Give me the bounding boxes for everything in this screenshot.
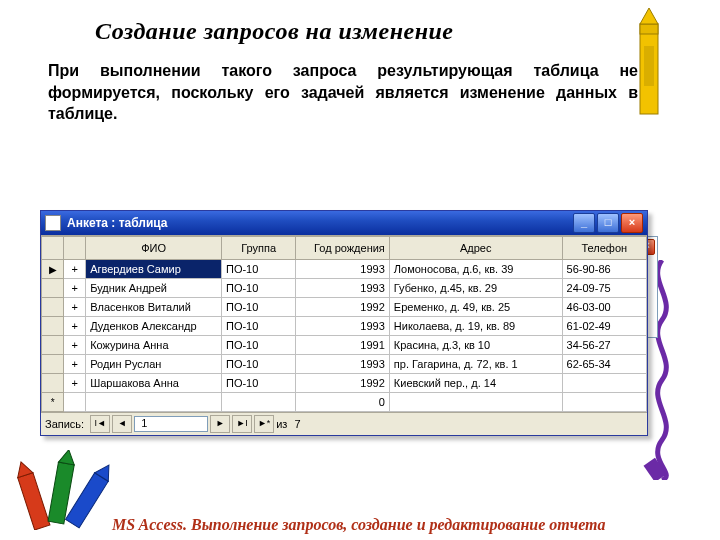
col-header-addr[interactable]: Адрес bbox=[389, 237, 562, 260]
cell-addr[interactable]: Губенко, д.45, кв. 29 bbox=[389, 279, 562, 298]
row-marker bbox=[42, 336, 64, 355]
table-row[interactable]: +Власенков ВиталийПО-101992Еременко, д. … bbox=[42, 298, 647, 317]
row-marker bbox=[42, 374, 64, 393]
minimize-button[interactable]: _ bbox=[573, 213, 595, 233]
row-selector-header bbox=[42, 237, 64, 260]
cell-year[interactable]: 1993 bbox=[296, 317, 390, 336]
expand-cell[interactable]: + bbox=[64, 279, 86, 298]
cell-group[interactable]: ПО-10 bbox=[221, 260, 295, 279]
cell-year[interactable]: 1993 bbox=[296, 279, 390, 298]
col-header-fio[interactable]: ФИО bbox=[86, 237, 222, 260]
cell-year[interactable]: 1992 bbox=[296, 374, 390, 393]
cell-addr[interactable]: Киевский пер., д. 14 bbox=[389, 374, 562, 393]
col-header-group[interactable]: Группа bbox=[221, 237, 295, 260]
cell-phone[interactable] bbox=[562, 374, 646, 393]
nav-of-label: из bbox=[276, 418, 287, 430]
cell-addr[interactable]: Еременко, д. 49, кв. 25 bbox=[389, 298, 562, 317]
cell-fio[interactable]: Дуденков Александр bbox=[86, 317, 222, 336]
maximize-button[interactable]: □ bbox=[597, 213, 619, 233]
svg-marker-8 bbox=[58, 450, 76, 465]
cell-phone[interactable]: 56-90-86 bbox=[562, 260, 646, 279]
row-marker: ▶ bbox=[42, 260, 64, 279]
window-title: Анкета : таблица bbox=[67, 216, 571, 230]
cell-phone[interactable]: 62-65-34 bbox=[562, 355, 646, 374]
datasheet-grid: ФИО Группа Год рождения Адрес Телефон ▶+… bbox=[41, 235, 647, 412]
table-row[interactable]: ▶+Агвердиев СамирПО-101993Ломоносова, д.… bbox=[42, 260, 647, 279]
cell-addr[interactable]: Николаева, д. 19, кв. 89 bbox=[389, 317, 562, 336]
cell-year[interactable]: 0 bbox=[296, 393, 390, 412]
svg-rect-1 bbox=[640, 24, 658, 34]
col-header-phone[interactable]: Телефон bbox=[562, 237, 646, 260]
col-header-year[interactable]: Год рождения bbox=[296, 237, 390, 260]
table-row[interactable]: +Родин РусланПО-101993пр. Гагарина, д. 7… bbox=[42, 355, 647, 374]
nav-label: Запись: bbox=[45, 418, 84, 430]
cell-phone[interactable]: 24-09-75 bbox=[562, 279, 646, 298]
cell-fio[interactable]: Родин Руслан bbox=[86, 355, 222, 374]
expand-cell[interactable]: + bbox=[64, 355, 86, 374]
nav-current-input[interactable]: 1 bbox=[134, 416, 208, 432]
window-titlebar: Анкета : таблица _ □ × bbox=[41, 211, 647, 235]
cell-year[interactable]: 1993 bbox=[296, 260, 390, 279]
expand-cell[interactable]: + bbox=[64, 317, 86, 336]
svg-rect-5 bbox=[18, 473, 50, 530]
cell-group[interactable]: ПО-10 bbox=[221, 355, 295, 374]
svg-rect-9 bbox=[66, 473, 109, 528]
cell-fio[interactable] bbox=[86, 393, 222, 412]
cell-phone[interactable]: 46-03-00 bbox=[562, 298, 646, 317]
cell-year[interactable]: 1991 bbox=[296, 336, 390, 355]
window-icon bbox=[45, 215, 61, 231]
row-marker bbox=[42, 317, 64, 336]
cell-addr[interactable]: пр. Гагарина, д. 72, кв. 1 bbox=[389, 355, 562, 374]
cell-phone[interactable] bbox=[562, 393, 646, 412]
datasheet-window: Анкета : таблица _ □ × ФИО Группа Год ро… bbox=[40, 210, 648, 436]
slide-footer: MS Access. Выполнение запросов, создание… bbox=[112, 516, 606, 534]
expand-cell[interactable]: + bbox=[64, 374, 86, 393]
header-row: ФИО Группа Год рождения Адрес Телефон bbox=[42, 237, 647, 260]
nav-total: 7 bbox=[294, 418, 300, 430]
cell-phone[interactable]: 34-56-27 bbox=[562, 336, 646, 355]
svg-rect-3 bbox=[644, 46, 654, 86]
cell-fio[interactable]: Шаршакова Анна bbox=[86, 374, 222, 393]
row-marker bbox=[42, 298, 64, 317]
cell-group[interactable]: ПО-10 bbox=[221, 374, 295, 393]
cell-group[interactable] bbox=[221, 393, 295, 412]
nav-first-button[interactable]: I◄ bbox=[90, 415, 110, 433]
expand-cell[interactable]: + bbox=[64, 298, 86, 317]
table-row[interactable]: *0 bbox=[42, 393, 647, 412]
table-row[interactable]: +Шаршакова АннаПО-101992Киевский пер., д… bbox=[42, 374, 647, 393]
table-row[interactable]: +Кожурина АннаПО-101991Красина, д.3, кв … bbox=[42, 336, 647, 355]
cell-phone[interactable]: 61-02-49 bbox=[562, 317, 646, 336]
close-button[interactable]: × bbox=[621, 213, 643, 233]
row-marker bbox=[42, 279, 64, 298]
nav-new-button[interactable]: ►* bbox=[254, 415, 274, 433]
crayons-icon bbox=[6, 450, 116, 530]
cell-fio[interactable]: Будник Андрей bbox=[86, 279, 222, 298]
nav-prev-button[interactable]: ◄ bbox=[112, 415, 132, 433]
cell-fio[interactable]: Кожурина Анна bbox=[86, 336, 222, 355]
row-marker: * bbox=[42, 393, 64, 412]
cell-fio[interactable]: Агвердиев Самир bbox=[86, 260, 222, 279]
record-navigator: Запись: I◄ ◄ 1 ► ►I ►* из 7 bbox=[41, 412, 647, 435]
cell-fio[interactable]: Власенков Виталий bbox=[86, 298, 222, 317]
cell-addr[interactable] bbox=[389, 393, 562, 412]
svg-marker-2 bbox=[640, 8, 658, 24]
expand-cell[interactable]: + bbox=[64, 336, 86, 355]
cell-group[interactable]: ПО-10 bbox=[221, 336, 295, 355]
cell-addr[interactable]: Ломоносова, д.6, кв. 39 bbox=[389, 260, 562, 279]
expand-cell[interactable]: + bbox=[64, 260, 86, 279]
expand-cell[interactable] bbox=[64, 393, 86, 412]
cell-group[interactable]: ПО-10 bbox=[221, 279, 295, 298]
crayon-icon bbox=[630, 6, 670, 126]
page-heading: Создание запросов на изменение bbox=[95, 18, 453, 45]
cell-year[interactable]: 1993 bbox=[296, 355, 390, 374]
cell-year[interactable]: 1992 bbox=[296, 298, 390, 317]
cell-group[interactable]: ПО-10 bbox=[221, 298, 295, 317]
body-paragraph: При выполнении такого запроса результиру… bbox=[48, 60, 638, 125]
cell-addr[interactable]: Красина, д.3, кв 10 bbox=[389, 336, 562, 355]
nav-last-button[interactable]: ►I bbox=[232, 415, 252, 433]
cell-group[interactable]: ПО-10 bbox=[221, 317, 295, 336]
nav-next-button[interactable]: ► bbox=[210, 415, 230, 433]
table-row[interactable]: +Дуденков АлександрПО-101993Николаева, д… bbox=[42, 317, 647, 336]
expand-header bbox=[64, 237, 86, 260]
table-row[interactable]: +Будник АндрейПО-101993Губенко, д.45, кв… bbox=[42, 279, 647, 298]
